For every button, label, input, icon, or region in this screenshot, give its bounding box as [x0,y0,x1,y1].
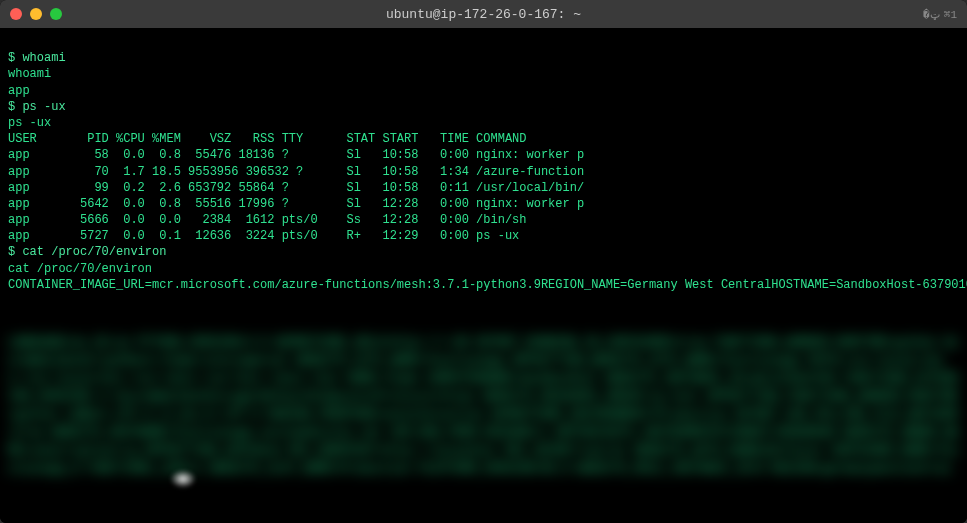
prompt-char: $ [8,51,22,65]
ps-row: app 99 0.2 2.6 653792 55864 ? Sl 10:58 0… [8,181,584,195]
command-ps: ps -ux [22,100,65,114]
window-title: ubuntu@ip-172-26-0-167: ~ [0,7,967,22]
blurred-text: LANGUAGE=en_US:en PYTHON_VERSION=3.9 ASP… [0,330,967,482]
broadcast-icon: �ټ [923,8,940,21]
output-whoami: app [8,84,30,98]
command-whoami: whoami [22,51,65,65]
close-icon[interactable] [10,8,22,20]
output-environ: CONTAINER_IMAGE_URL=mcr.microsoft.com/az… [8,278,967,292]
terminal-window: ubuntu@ip-172-26-0-167: ~ �ټ ⌘1 $ whoami… [0,0,967,523]
titlebar-shortcut: �ټ ⌘1 [923,8,957,21]
ps-row: app 5666 0.0 0.0 2384 1612 pts/0 Ss 12:2… [8,213,526,227]
terminal-body[interactable]: $ whoami whoami app $ ps -ux ps -ux USER… [0,28,967,523]
traffic-lights [0,8,62,20]
ps-row: app 58 0.0 0.8 55476 18136 ? Sl 10:58 0:… [8,148,584,162]
ps-row: app 70 1.7 18.5 9553956 396532 ? Sl 10:5… [8,165,584,179]
ps-row: app 5727 0.0 0.1 12636 3224 pts/0 R+ 12:… [8,229,519,243]
maximize-icon[interactable] [50,8,62,20]
echo-whoami: whoami [8,67,51,81]
minimize-icon[interactable] [30,8,42,20]
command-cat: cat /proc/70/environ [22,245,166,259]
redacted-output: LANGUAGE=en_US:en PYTHON_VERSION=3.9 ASP… [0,298,967,523]
ps-header: USER PID %CPU %MEM VSZ RSS TTY STAT STAR… [8,132,526,146]
prompt-char: $ [8,245,22,259]
cursor-glow [170,470,196,488]
titlebar[interactable]: ubuntu@ip-172-26-0-167: ~ �ټ ⌘1 [0,0,967,28]
echo-ps: ps -ux [8,116,51,130]
echo-cat: cat /proc/70/environ [8,262,152,276]
ps-row: app 5642 0.0 0.8 55516 17996 ? Sl 12:28 … [8,197,584,211]
prompt-char: $ [8,100,22,114]
